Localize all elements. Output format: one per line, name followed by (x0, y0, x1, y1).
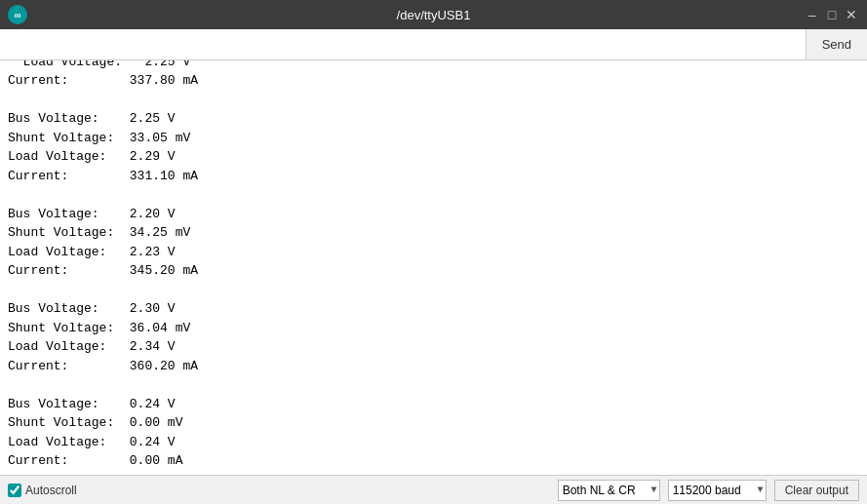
send-button[interactable]: Send (806, 29, 867, 59)
autoscroll-checkbox[interactable] (8, 484, 21, 497)
title-bar: ∞ /dev/ttyUSB1 – □ ✕ (0, 0, 867, 29)
title-bar-left: ∞ (8, 5, 27, 24)
maximize-button[interactable]: □ (824, 7, 840, 22)
window-title: /dev/ttyUSB1 (397, 8, 471, 22)
baud-rate-select[interactable]: 300 baud 1200 baud 2400 baud 4800 baud 9… (668, 480, 767, 501)
input-bar: Send (0, 29, 867, 60)
baud-rate-wrapper: 300 baud 1200 baud 2400 baud 4800 baud 9… (668, 480, 767, 501)
clear-output-button[interactable]: Clear output (774, 480, 859, 501)
serial-output[interactable]: Load Voltage: 2.25 V Current: 337.80 mA … (0, 60, 867, 475)
serial-input[interactable] (0, 29, 806, 59)
title-bar-controls: – □ ✕ (805, 7, 859, 22)
line-ending-wrapper: No line ending Newline Carriage return B… (558, 480, 660, 501)
close-button[interactable]: ✕ (844, 7, 859, 22)
bottom-bar: Autoscroll No line ending Newline Carria… (0, 475, 867, 504)
output-text: Load Voltage: 2.25 V Current: 337.80 mA … (8, 60, 198, 468)
autoscroll-checkbox-label[interactable]: Autoscroll (8, 484, 77, 497)
line-ending-select[interactable]: No line ending Newline Carriage return B… (558, 480, 660, 501)
autoscroll-label: Autoscroll (25, 484, 77, 497)
arduino-logo-icon: ∞ (8, 5, 27, 24)
minimize-button[interactable]: – (805, 7, 820, 22)
